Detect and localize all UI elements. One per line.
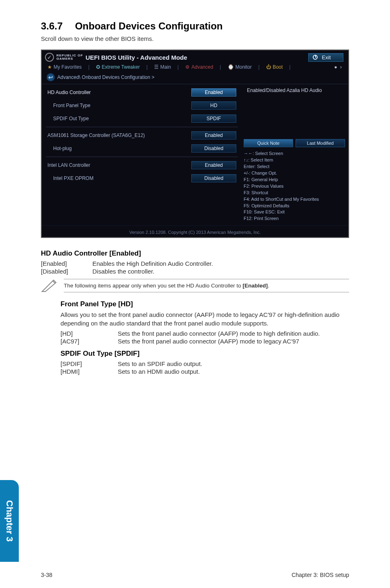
front-ac97-row: [AC97] Sets the front panel audio connec… — [61, 338, 349, 345]
back-icon[interactable]: ↩ — [47, 73, 55, 81]
logo-line2: GAMERS — [56, 57, 83, 61]
intel-pxe-value[interactable]: Disabled — [191, 174, 236, 182]
hd-enabled-val: Enables the High Definition Audio Contro… — [92, 260, 213, 267]
breadcrumb: ↩ Advanced\ Onboard Devices Configuratio… — [42, 72, 348, 84]
hotplug-label: Hot-plug — [47, 146, 72, 151]
menu-advanced[interactable]: ⚙Advanced — [185, 64, 213, 70]
bios-logo: ✓ REPUBLIC OF GAMERS UEFI BIOS Utility -… — [45, 53, 187, 62]
breadcrumb-text: Advanced\ Onboard Devices Configuration … — [57, 74, 155, 80]
exit-button[interactable]: Exit — [308, 53, 343, 62]
hd-disabled-key: [Disabled] — [41, 268, 78, 275]
help-text: Enabled/Disabled Azalia HD Audio — [247, 88, 342, 93]
bios-titlebar: ✓ REPUBLIC OF GAMERS UEFI BIOS Utility -… — [42, 50, 348, 63]
boot-icon: ⏻ — [266, 64, 271, 70]
quick-note-button[interactable]: Quick Note — [244, 139, 293, 147]
front-panel-value[interactable]: HD — [191, 101, 236, 110]
note-icon — [41, 279, 58, 293]
tweaker-icon: ✪ — [96, 64, 100, 70]
menu-favorites[interactable]: ★My Favorites — [47, 64, 82, 70]
last-modified-button[interactable]: Last Modified — [296, 139, 345, 147]
note-text: The following items appear only when you… — [64, 279, 349, 292]
intel-pxe-label: Intel PXE OPROM — [47, 175, 94, 181]
note-block: The following items appear only when you… — [41, 279, 349, 293]
list-icon: ☰ — [154, 64, 159, 70]
spdif-spdif-row: [SPDIF] Sets to an SPDIF audio output. — [61, 360, 349, 367]
exit-label: Exit — [322, 54, 331, 61]
bios-title: UEFI BIOS Utility - Advanced Mode — [85, 54, 187, 61]
menu-monitor[interactable]: ⌚Monitor — [228, 64, 252, 70]
spdif-label: SPDIF Out Type — [47, 116, 89, 121]
star-icon: ★ — [47, 64, 52, 70]
key-hints: →←: Select Screen ↑↓: Select Item Enter:… — [244, 150, 345, 222]
front-panel-para: Allows you to set the front panel audio … — [61, 311, 349, 328]
row-intel-lan[interactable]: Intel LAN Controller Enabled — [46, 159, 238, 172]
hd-disabled-val: Disables the controller. — [92, 268, 155, 275]
asm-storage-value[interactable]: Enabled — [191, 131, 236, 139]
intel-lan-label: Intel LAN Controller — [47, 162, 90, 168]
asm-storage-label: ASM1061 Storage Controller (SATA6G_E12) — [47, 132, 145, 138]
hd-audio-heading: HD Audio Controller [Enabled] — [41, 249, 349, 258]
bios-help-pane: Enabled/Disabled Azalia HD Audio Quick N… — [242, 84, 348, 225]
spdif-hdmi-val: Sets to an HDMI audio output. — [118, 368, 349, 375]
hd-enabled-row: [Enabled] Enables the High Definition Au… — [41, 260, 349, 267]
menu-main[interactable]: ☰Main — [154, 64, 171, 70]
hd-audio-label: HD Audio Controller — [47, 90, 91, 95]
bios-settings-pane: HD Audio Controller Enabled Front Panel … — [42, 84, 242, 225]
row-hd-audio[interactable]: HD Audio Controller Enabled — [46, 86, 238, 99]
footer-chapter: Chapter 3: BIOS setup — [291, 572, 349, 578]
row-intel-pxe[interactable]: Intel PXE OPROM Disabled — [46, 172, 238, 207]
section-title-text: Onboard Devices Configuration — [75, 20, 222, 31]
spdif-heading: SPDIF Out Type [SPDIF] — [61, 350, 349, 358]
front-hd-key: [HD] — [61, 330, 93, 337]
row-front-panel[interactable]: Front Panel Type HD — [46, 99, 238, 112]
page-number: 3-38 — [41, 572, 52, 578]
spdif-hdmi-row: [HDMI] Sets to an HDMI audio output. — [61, 368, 349, 375]
section-heading: 3.6.7Onboard Devices Configuration — [41, 20, 349, 32]
menu-more[interactable]: ● › — [334, 64, 343, 70]
row-asm-storage[interactable]: ASM1061 Storage Controller (SATA6G_E12) … — [46, 129, 238, 142]
hd-disabled-row: [Disabled] Disables the controller. — [41, 268, 349, 275]
front-hd-val: Sets the front panel audio connector (AA… — [118, 330, 349, 337]
row-spdif[interactable]: SPDIF Out Type SPDIF — [46, 112, 238, 127]
gear-icon: ⚙ — [185, 64, 190, 70]
power-icon — [313, 55, 318, 60]
front-ac97-val: Sets the front panel audio connector (AA… — [118, 338, 349, 345]
hotplug-value[interactable]: Disabled — [191, 144, 236, 153]
menu-boot[interactable]: ⏻Boot — [266, 64, 283, 70]
bios-screenshot: ✓ REPUBLIC OF GAMERS UEFI BIOS Utility -… — [41, 49, 349, 238]
front-panel-heading: Front Panel Type [HD] — [61, 300, 349, 308]
front-panel-label: Front Panel Type — [47, 103, 90, 108]
spdif-hdmi-key: [HDMI] — [61, 368, 93, 375]
monitor-icon: ⌚ — [228, 64, 234, 70]
spdif-spdif-key: [SPDIF] — [61, 360, 93, 367]
check-icon: ✓ — [45, 53, 54, 62]
bios-menubar: ★My Favorites | ✪Extreme Tweaker | ☰Main… — [42, 63, 348, 72]
chapter-side-tab: Chapter 3 — [0, 480, 19, 562]
hd-enabled-key: [Enabled] — [41, 260, 78, 267]
hd-audio-value[interactable]: Enabled — [191, 88, 236, 97]
spdif-spdif-val: Sets to an SPDIF audio output. — [118, 360, 349, 367]
page-footer: 3-38 Chapter 3: BIOS setup — [41, 572, 349, 578]
front-ac97-key: [AC97] — [61, 338, 93, 345]
side-tab-label: Chapter 3 — [4, 500, 15, 541]
spdif-value[interactable]: SPDIF — [191, 114, 236, 123]
menu-tweaker[interactable]: ✪Extreme Tweaker — [96, 64, 140, 70]
bios-version-footer: Version 2.10.1208. Copyright (C) 2013 Am… — [42, 225, 348, 237]
front-hd-row: [HD] Sets the front panel audio connecto… — [61, 330, 349, 337]
intro-text: Scroll down to view the other BIOS items… — [41, 35, 349, 42]
row-hotplug[interactable]: Hot-plug Disabled — [46, 142, 238, 157]
intel-lan-value[interactable]: Enabled — [191, 161, 236, 169]
section-number: 3.6.7 — [41, 20, 63, 31]
